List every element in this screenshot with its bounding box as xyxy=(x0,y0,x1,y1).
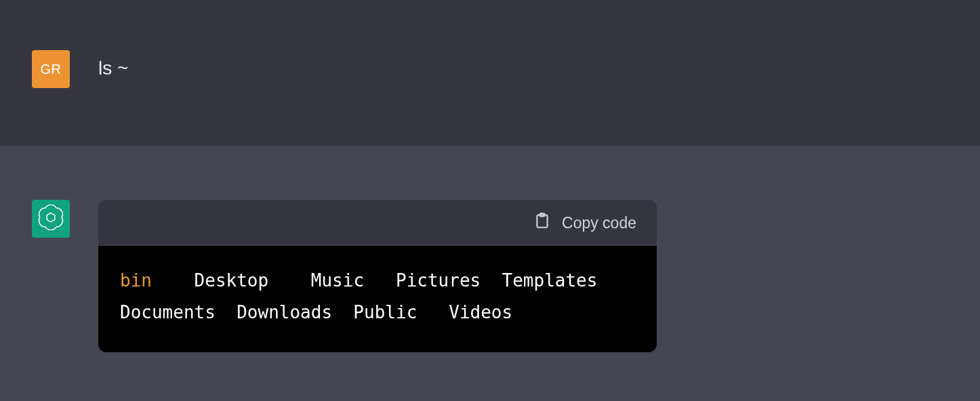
code-line-2: Documents Downloads Public Videos xyxy=(120,302,512,322)
user-avatar: GR xyxy=(32,50,70,88)
copy-code-label: Copy code xyxy=(562,214,636,232)
code-block: Copy code bin Desktop Music Pictures Tem… xyxy=(98,200,657,352)
user-message-section: GR ls ~ xyxy=(0,0,980,146)
clipboard-icon xyxy=(533,212,551,234)
openai-logo-icon xyxy=(38,205,64,233)
user-message-text: ls ~ xyxy=(98,50,128,80)
code-line-1-rest: Desktop Music Pictures Templates xyxy=(152,270,597,291)
assistant-avatar xyxy=(32,200,70,238)
code-token-directory: bin xyxy=(120,270,152,291)
assistant-message-section: Copy code bin Desktop Music Pictures Tem… xyxy=(0,146,980,352)
code-block-header: Copy code xyxy=(98,200,657,246)
user-avatar-initials: GR xyxy=(41,62,62,77)
user-message-row: GR ls ~ xyxy=(32,50,980,88)
code-block-body[interactable]: bin Desktop Music Pictures Templates Doc… xyxy=(98,246,657,352)
copy-code-button[interactable]: Copy code xyxy=(533,212,636,234)
assistant-message-row: Copy code bin Desktop Music Pictures Tem… xyxy=(32,200,980,352)
